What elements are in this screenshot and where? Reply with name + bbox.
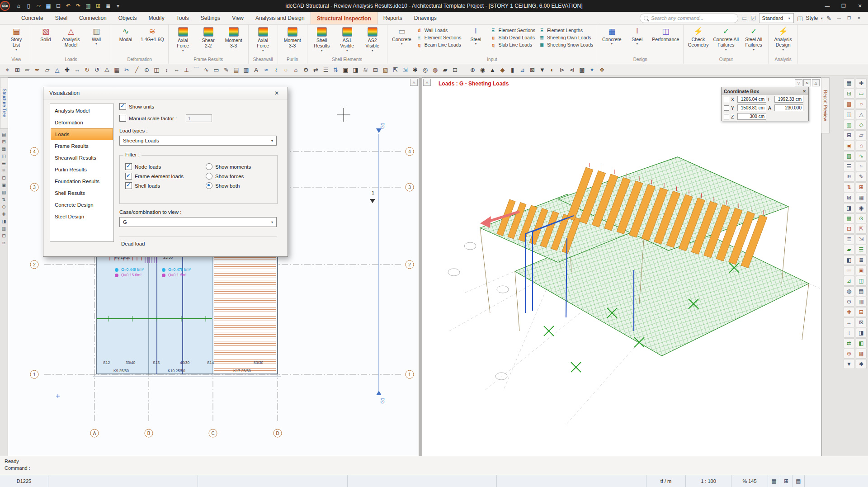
ribbon-button-story-list[interactable]: ▤StoryList▼: [4, 25, 28, 51]
layers-icon[interactable]: ≣: [104, 2, 113, 10]
left-toolbar-icon[interactable]: ⊡: [2, 233, 5, 238]
right-toolbar-icon[interactable]: ✚: [856, 78, 867, 88]
layer-list-icon[interactable]: ≔: [741, 15, 747, 22]
toolbar-icon[interactable]: ☰: [321, 65, 330, 75]
right-toolbar-icon[interactable]: ⊡: [844, 224, 854, 234]
toolbar-icon[interactable]: ◐: [547, 65, 557, 75]
right-toolbar-icon[interactable]: ▦: [856, 193, 867, 203]
toolbar-icon[interactable]: ◎: [420, 65, 430, 75]
ribbon-tab[interactable]: Reports: [377, 12, 408, 24]
dialog-list-item[interactable]: Steel Design: [51, 211, 113, 222]
toolbar-icon[interactable]: ▧: [381, 65, 390, 75]
right-toolbar-icon[interactable]: ≣: [844, 234, 854, 244]
toolbar-icon[interactable]: ✱: [410, 65, 420, 75]
toolbar-icon[interactable]: ⇲: [401, 65, 410, 75]
right-toolbar-icon[interactable]: △: [856, 109, 867, 119]
right-toolbar-icon[interactable]: ▭: [856, 89, 867, 99]
toolbar-icon[interactable]: ✎: [222, 65, 231, 75]
left-toolbar-icon[interactable]: ☰: [2, 161, 6, 166]
filter-checkbox[interactable]: Node loads: [125, 162, 184, 171]
ribbon-small-button-sheeting-snow-loads[interactable]: ≣Sheeting Snow Loads: [539, 42, 593, 47]
axis-lock-checkbox[interactable]: [724, 105, 729, 111]
ribbon-button-moment-3-3[interactable]: Moment3-3: [280, 25, 305, 49]
right-toolbar-icon[interactable]: ≈: [856, 161, 867, 171]
grid-icon[interactable]: ⊞: [94, 2, 103, 10]
right-toolbar-icon[interactable]: ▱: [856, 130, 867, 140]
toolbar-icon[interactable]: ◉: [478, 65, 487, 75]
right-toolbar-icon[interactable]: ◫: [856, 276, 867, 286]
toolbar-icon[interactable]: ⊠: [528, 65, 537, 75]
north-arrow-icon[interactable]: N: [803, 79, 811, 86]
toolbar-icon[interactable]: ◫: [152, 65, 161, 75]
toolbar-icon[interactable]: ▼: [538, 65, 547, 75]
toolbar-icon[interactable]: ↺: [92, 65, 102, 75]
right-toolbar-icon[interactable]: ⊠: [844, 193, 854, 203]
right-toolbar-icon[interactable]: ◇: [856, 120, 867, 130]
right-toolbar-icon[interactable]: ⊟: [844, 130, 854, 140]
right-toolbar-icon[interactable]: ◫: [844, 109, 854, 119]
left-toolbar-icon[interactable]: ✚: [2, 212, 5, 217]
right-toolbar-icon[interactable]: ◨: [856, 328, 867, 338]
right-toolbar-icon[interactable]: ▤: [856, 286, 867, 296]
ribbon-button-shear-2-2[interactable]: Shear2-2: [196, 25, 221, 49]
right-toolbar-icon[interactable]: ▰: [844, 245, 854, 255]
toolbar-icon[interactable]: ○: [281, 65, 291, 75]
ribbon-button-modal[interactable]: ∿Modal: [113, 25, 138, 42]
toolbar-icon[interactable]: ⌒: [192, 65, 201, 75]
toolbar-icon[interactable]: ⚙: [301, 65, 311, 75]
left-toolbar-icon[interactable]: ▤: [2, 132, 6, 137]
toolbar-icon[interactable]: ↻: [82, 65, 92, 75]
filter-checkbox[interactable]: Frame element loads: [125, 171, 184, 181]
toolbar-icon[interactable]: ✦: [587, 65, 597, 75]
status-bar-icon[interactable]: ⊞: [780, 475, 793, 487]
zoom-cell[interactable]: % 145: [731, 475, 768, 487]
toolbar-icon[interactable]: ▰: [440, 65, 450, 75]
toolbar-icon[interactable]: ⚠: [102, 65, 112, 75]
right-toolbar-icon[interactable]: ✱: [856, 359, 867, 369]
right-toolbar-icon[interactable]: ⊿: [844, 276, 854, 286]
toolbar-icon[interactable]: ⊿: [518, 65, 527, 75]
right-toolbar-icon[interactable]: ⇅: [844, 182, 854, 192]
left-toolbar-icon[interactable]: ▥: [2, 226, 6, 231]
toolbar-icon[interactable]: ⊳: [557, 65, 567, 75]
toolbar-icon[interactable]: ∿: [202, 65, 211, 75]
ribbon-small-button-element-sections[interactable]: ΞElement Sections: [416, 35, 462, 40]
right-toolbar-icon[interactable]: ↕: [844, 328, 854, 338]
customize-arrow-icon[interactable]: ▾: [113, 2, 123, 10]
right-toolbar-icon[interactable]: ◍: [844, 286, 854, 296]
toolbar-icon[interactable]: ⊟: [371, 65, 380, 75]
toolbar-icon[interactable]: ▥: [241, 65, 251, 75]
status-bar-icon[interactable]: ▦: [768, 475, 780, 487]
units-cell[interactable]: tf / m: [646, 475, 686, 487]
right-toolbar-icon[interactable]: ▣: [844, 141, 854, 151]
toolbar-icon[interactable]: ⊕: [468, 65, 477, 75]
style-selector[interactable]: Style ▼: [806, 15, 823, 21]
dialog-list-item[interactable]: Foundation Results: [51, 175, 113, 187]
scale-cell[interactable]: 1 : 100: [686, 475, 731, 487]
toolbar-icon[interactable]: ▭: [212, 65, 221, 75]
toolbar-icon[interactable]: ✒: [33, 65, 42, 75]
ribbon-tab[interactable]: Modify: [142, 12, 170, 24]
save-icon[interactable]: ▦: [44, 2, 53, 10]
right-toolbar-icon[interactable]: ▩: [856, 349, 867, 359]
dialog-list-item[interactable]: Shearwall Results: [51, 152, 113, 164]
toolbar-icon[interactable]: ⇅: [331, 65, 340, 75]
coordinate-value-field[interactable]: 300 cm: [737, 113, 766, 120]
right-toolbar-icon[interactable]: ≣: [856, 255, 867, 265]
ribbon-small-button-slab-live-loads[interactable]: qSlab Live Loads: [490, 42, 535, 47]
ribbon-button-solid[interactable]: ▧Solid: [33, 25, 58, 42]
open-file-icon[interactable]: ▱: [34, 2, 43, 10]
close-button[interactable]: ✕: [852, 0, 868, 12]
right-toolbar-icon[interactable]: ◧: [856, 338, 867, 348]
viewport-maximize-button[interactable]: △: [423, 79, 431, 86]
ribbon-tab[interactable]: Structural Inspection: [311, 12, 377, 24]
right-toolbar-icon[interactable]: ◉: [856, 203, 867, 213]
coordinate-value-field[interactable]: 1992.33 cm: [774, 96, 803, 103]
toolbar-icon[interactable]: ⌖: [3, 65, 12, 75]
right-toolbar-icon[interactable]: ◨: [844, 203, 854, 213]
toolbar-icon[interactable]: ⌂: [291, 65, 301, 75]
ribbon-tab[interactable]: Drawings: [408, 12, 443, 24]
toolbar-icon[interactable]: ◍: [430, 65, 440, 75]
coordinate-value-field[interactable]: 1266.04 cm: [737, 96, 766, 103]
case-combination-dropdown[interactable]: G ▼: [119, 217, 277, 227]
